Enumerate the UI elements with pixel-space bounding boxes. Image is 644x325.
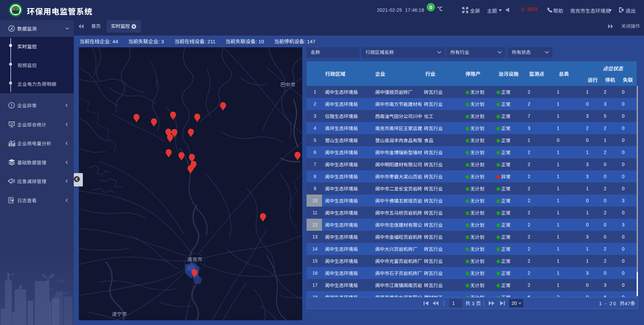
svg-text:遂宁市: 遂宁市 — [112, 310, 127, 317]
svg-text:南充市: 南充市 — [187, 256, 202, 263]
svg-text:巴中市: 巴中市 — [280, 81, 295, 88]
